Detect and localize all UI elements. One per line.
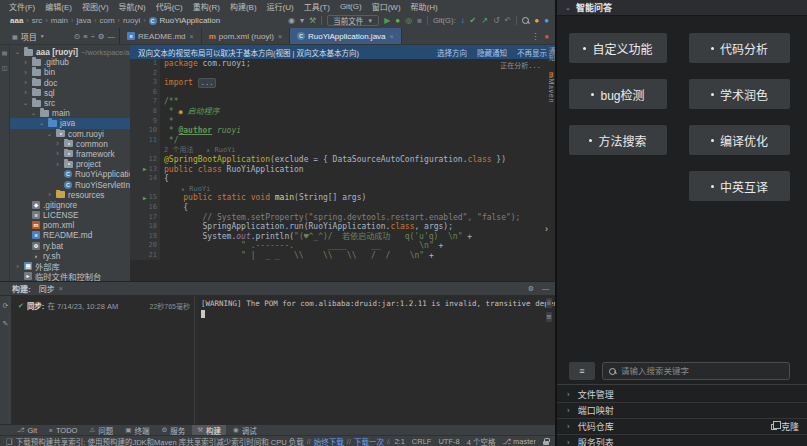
plugin-orange-icon[interactable]: ●: [534, 17, 539, 25]
assistant-button-自定义功能[interactable]: 自定义功能: [569, 33, 667, 63]
section-文件管理[interactable]: ›文件管理: [557, 387, 807, 403]
menu-item[interactable]: 窗口(W): [368, 1, 405, 12]
tree-toggle-icon[interactable]: ›: [22, 79, 29, 86]
tool-window-button-问题[interactable]: ⚠问题: [84, 425, 118, 435]
git-update-icon[interactable]: ↓: [461, 17, 465, 25]
editor-tab[interactable]: mpom.xml (ruoyi)×: [202, 28, 290, 44]
breadcrumb-item[interactable]: java: [76, 16, 91, 25]
close-icon[interactable]: ×: [190, 33, 194, 40]
menu-item[interactable]: 视图(V): [78, 1, 113, 12]
banner-link[interactable]: 选择方向: [437, 47, 467, 58]
coverage-icon[interactable]: ◎: [405, 17, 412, 25]
tree-item[interactable]: CRuoYiServletInitializer: [10, 179, 130, 189]
editor-tab[interactable]: CRuoYiApplication.java×: [290, 28, 402, 44]
section-代码仓库[interactable]: ›代码仓库克隆: [557, 419, 807, 435]
minimize-icon[interactable]: —: [542, 285, 549, 292]
user-profile-icon[interactable]: ◉: [288, 17, 295, 25]
tree-item[interactable]: ≡LICENSE: [10, 210, 130, 220]
menu-item[interactable]: 运行(U): [263, 1, 298, 12]
tool-window-button-todo[interactable]: ≡TODO: [44, 425, 82, 435]
banner-link[interactable]: 不再显示: [517, 47, 547, 58]
tree-toggle-icon[interactable]: ›: [54, 161, 61, 168]
run-icon[interactable]: ▶: [384, 17, 390, 25]
caret-position[interactable]: 2:1: [394, 437, 404, 446]
filter-icon[interactable]: ✎: [3, 320, 9, 328]
scroll-end-icon[interactable]: ⊞: [546, 312, 552, 322]
side-tool-tab[interactable]: mMaven: [548, 72, 555, 103]
notifications-icon[interactable]: ●: [544, 32, 549, 41]
tree-item[interactable]: ›ry.sh: [10, 251, 130, 261]
run-config-combo[interactable]: 当前文件 ▼: [327, 15, 379, 26]
menu-item[interactable]: 构建(B): [226, 1, 261, 12]
menu-item[interactable]: 帮助(H): [407, 1, 442, 12]
breadcrumb-item[interactable]: ruoyi: [123, 16, 140, 25]
breadcrumb-item[interactable]: com: [99, 16, 114, 25]
tree-toggle-icon[interactable]: ⌄: [38, 119, 45, 127]
tree-item[interactable]: ›doc: [10, 78, 130, 88]
tree-item[interactable]: ▸临时文件和控制台: [10, 271, 130, 281]
tree-item[interactable]: ⌄com.ruoyi: [10, 129, 130, 139]
tree-toggle-icon[interactable]: ›: [54, 150, 61, 157]
assistant-section-header[interactable]: ⌄ 智能问答: [557, 0, 807, 16]
plugin-blue-icon[interactable]: ●: [544, 17, 549, 25]
tree-item[interactable]: ›bin: [10, 67, 130, 77]
more-options-icon[interactable]: ⋮: [531, 32, 539, 41]
gear-icon[interactable]: ⚙: [528, 285, 534, 293]
tree-item[interactable]: ›project: [10, 159, 130, 169]
debug-icon[interactable]: ●: [395, 17, 400, 25]
breadcrumb-item[interactable]: CRuoYiApplication: [149, 16, 221, 25]
search-input[interactable]: [621, 366, 783, 376]
tree-toggle-icon[interactable]: ⌄: [30, 109, 37, 117]
menu-item[interactable]: 工具(T): [300, 1, 334, 12]
breadcrumb-item[interactable]: main: [51, 16, 68, 25]
structure-stripe-icon[interactable]: ◫: [2, 64, 8, 71]
tree-item[interactable]: CRuoYiApplication: [10, 169, 130, 179]
build-console[interactable]: [WARNING] The POM for com.alibaba:druid:…: [195, 296, 555, 425]
git-commit-icon[interactable]: ✔: [470, 17, 477, 25]
expand-all-icon[interactable]: ≡: [83, 32, 87, 41]
tree-toggle-icon[interactable]: ⌄: [14, 48, 21, 56]
tree-item[interactable]: mpom.xml: [10, 220, 130, 230]
tree-item[interactable]: ›.github: [10, 57, 130, 67]
tree-toggle-icon[interactable]: ›: [54, 140, 61, 147]
tree-item[interactable]: ›framework: [10, 149, 130, 159]
run-gutter-icon[interactable]: ▶: [143, 166, 147, 172]
close-icon[interactable]: ×: [278, 33, 282, 40]
search-everywhere-icon[interactable]: [522, 17, 529, 24]
section-端口映射[interactable]: ›端口映射: [557, 403, 807, 419]
git-branch-widget[interactable]: ⎇ master: [502, 437, 536, 446]
commit-stripe-icon[interactable]: ▤: [2, 49, 8, 56]
close-icon[interactable]: ×: [390, 33, 394, 40]
tree-item[interactable]: ›▤外部库: [10, 261, 130, 271]
tree-item[interactable]: ⚙ry.bat: [10, 241, 130, 251]
tree-item[interactable]: ◆.gitignore: [10, 200, 130, 210]
assistant-button-方法搜索[interactable]: 方法搜索: [569, 125, 667, 155]
expand-panel-chevron-icon[interactable]: ›: [545, 224, 548, 234]
editor-tab[interactable]: ≡README.md×: [120, 28, 202, 44]
assistant-button-学术润色[interactable]: 学术润色: [689, 79, 790, 109]
tree-item[interactable]: ⌄src: [10, 98, 130, 108]
clone-button[interactable]: 克隆: [771, 420, 799, 433]
breadcrumb-item[interactable]: aaa: [10, 16, 23, 25]
stop-icon[interactable]: ■: [417, 17, 422, 25]
tree-item[interactable]: ›resources: [10, 190, 130, 200]
tool-window-button-服务[interactable]: ⚙服务: [156, 425, 190, 435]
tree-toggle-icon[interactable]: ›: [46, 191, 53, 198]
menu-item[interactable]: 代码(C): [152, 1, 187, 12]
file-encoding[interactable]: UTF-8: [438, 437, 459, 446]
line-separator[interactable]: CRLF: [412, 437, 432, 446]
collapse-all-icon[interactable]: ÷: [91, 32, 95, 41]
close-icon[interactable]: ×: [59, 285, 63, 292]
tree-toggle-icon[interactable]: ›: [22, 59, 29, 66]
tree-item[interactable]: ›sql: [10, 88, 130, 98]
tree-toggle-icon[interactable]: ⌄: [46, 130, 53, 138]
sync-status-row[interactable]: ✔ 同步: 在 7/14/23, 10:28 AM 22秒765毫秒: [18, 300, 190, 311]
tree-toggle-icon[interactable]: ⌄: [22, 99, 29, 107]
assistant-button-代码分析[interactable]: 代码分析: [689, 33, 790, 63]
menu-item[interactable]: 重构(R): [189, 1, 224, 12]
tool-window-button-终端[interactable]: ▣终端: [120, 425, 154, 435]
tree-item[interactable]: ⌄java: [10, 118, 130, 128]
code-editor[interactable]: 正在分析... 1package com.ruoyi;23import ...6…: [130, 59, 555, 281]
git-history-icon[interactable]: ↺: [493, 17, 500, 25]
status-link[interactable]: 始终下载: [314, 436, 344, 446]
